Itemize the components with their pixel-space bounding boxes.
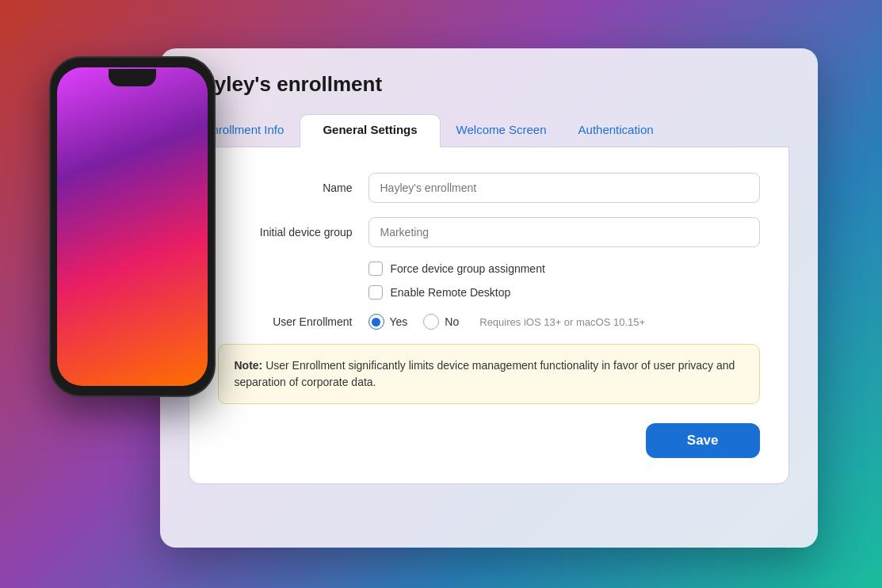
device-group-label: Initial device group: [218, 226, 368, 239]
name-input[interactable]: [368, 173, 760, 203]
tab-general-settings[interactable]: General Settings: [300, 114, 440, 147]
force-device-group-checkbox[interactable]: Force device group assignment: [368, 262, 760, 276]
radio-no-label: No: [445, 315, 459, 328]
note-bold: Note:: [235, 359, 263, 372]
phone-vol-down-button: [49, 157, 51, 185]
radio-no[interactable]: No: [423, 314, 459, 330]
user-enrollment-row: User Enrollment Yes No Requires iOS 13+ …: [218, 314, 760, 330]
force-device-group-box: [368, 262, 383, 276]
dialog-card: Hayley's enrollment Enrollment Info Gene…: [160, 48, 818, 548]
enable-remote-desktop-checkbox[interactable]: Enable Remote Desktop: [368, 285, 760, 300]
device-group-row: Initial device group: [218, 217, 760, 247]
radio-hint: Requires iOS 13+ or macOS 10.15+: [479, 316, 645, 328]
radio-no-circle: [423, 314, 439, 330]
tab-welcome-screen[interactable]: Welcome Screen: [441, 115, 563, 147]
save-button[interactable]: Save: [646, 423, 760, 458]
content-panel: Name Initial device group Force device g…: [189, 147, 789, 484]
user-enrollment-label: User Enrollment: [218, 315, 368, 328]
force-device-group-label: Force device group assignment: [391, 262, 545, 275]
scene: Hayley's enrollment Enrollment Info Gene…: [65, 25, 818, 563]
radio-options: Yes No Requires iOS 13+ or macOS 10.15+: [368, 314, 646, 330]
radio-yes-circle: [368, 314, 384, 330]
radio-yes-label: Yes: [390, 315, 408, 328]
device-group-input[interactable]: [368, 217, 760, 247]
note-box: Note: User Enrollment significantly limi…: [218, 344, 760, 404]
tabs-container: Enrollment Info General Settings Welcome…: [189, 114, 789, 147]
phone-notch: [109, 69, 156, 86]
phone-illustration: [49, 56, 216, 397]
enable-remote-desktop-box: [368, 285, 383, 300]
dialog-title: Hayley's enrollment: [189, 72, 789, 97]
radio-yes[interactable]: Yes: [368, 314, 408, 330]
enable-remote-desktop-label: Enable Remote Desktop: [391, 286, 511, 299]
name-row: Name: [218, 173, 760, 203]
note-text: User Enrollment significantly limits dev…: [235, 359, 735, 388]
name-label: Name: [218, 181, 368, 194]
tab-authentication[interactable]: Authentication: [563, 115, 670, 147]
phone-vol-up-button: [49, 121, 51, 149]
phone-side-button: [214, 129, 216, 169]
checkboxes-group: Force device group assignment Enable Rem…: [368, 262, 760, 300]
